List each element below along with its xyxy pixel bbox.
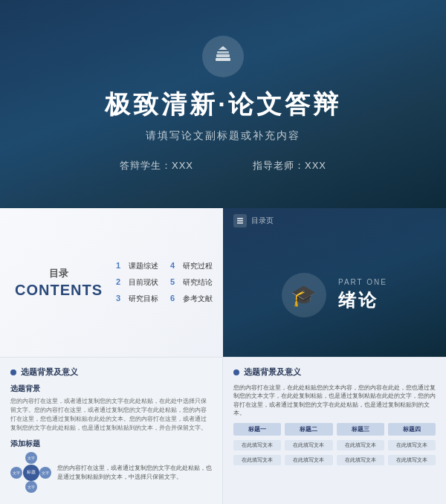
diagram-text: 您的内容打在这里，或者通过复制您的文字在此处粘贴，也是通过复制粘贴到的文本，中选…	[57, 464, 212, 482]
hero-meta: 答辩学生：XXX 指导老师：XXX	[120, 159, 326, 172]
section-title-left: 选题背景及意义	[21, 366, 78, 378]
block1-text: 您的内容打在这里，或者通过复制您的文字在此处粘贴，在此处中选择只保留文字。您的内…	[10, 397, 212, 433]
svg-rect-1	[216, 54, 230, 57]
top-bar-icon	[233, 214, 247, 227]
circle-item-top: 文字	[25, 452, 37, 464]
contents-col-1: 1 课题综述 2 目前现状 3 研究目标	[116, 261, 158, 304]
part-one-body: 🎓 PART ONE 绪论	[223, 233, 446, 357]
books-icon	[211, 45, 235, 68]
item-text: 研究目标	[129, 294, 158, 304]
circle-item-right: 文字	[39, 467, 51, 479]
section-dot	[10, 369, 16, 375]
hero-subtitle: 请填写论文副标题或补充内容	[146, 129, 300, 143]
block2-title: 添加标题	[10, 439, 212, 449]
section-header-right: 选题背景及意义	[233, 366, 436, 378]
contents-zh-label: 目录	[15, 267, 103, 280]
tag-item: 在此填写文本	[233, 455, 281, 465]
graduation-cap-icon: 🎓	[282, 273, 326, 317]
list-item: 5 研究结论	[170, 277, 213, 288]
slide-contents: 目录 CONTENTS 1 课题综述 2 目前现状 3 研究目标	[0, 208, 223, 357]
svg-rect-5	[237, 220, 243, 222]
col-header-1: 标题一	[233, 423, 281, 436]
item-num: 3	[116, 294, 125, 303]
item-num: 1	[116, 261, 125, 270]
diagram-area: 标题 文字 文字 文字 文字 您的内容打在这里，或者通过复制您的文字在此处粘贴，…	[10, 452, 212, 493]
tag-item: 在此填写文本	[285, 455, 332, 465]
item-num: 5	[170, 277, 179, 286]
part-one-zh: 绪论	[338, 288, 387, 312]
item-text: 研究结论	[183, 277, 213, 288]
list-item: 4 研究过程	[170, 261, 213, 271]
hero-icon	[202, 36, 244, 77]
hero-meta-advisor: 指导老师：XXX	[253, 159, 326, 172]
svg-rect-6	[237, 222, 243, 224]
bg-right-intro: 您的内容打在这里，在此处粘贴您的文本内容，您的内容在此处，您也通过复制您的文本文…	[233, 384, 436, 417]
list-item: 3 研究目标	[116, 294, 158, 304]
block1-title: 选题背景	[10, 384, 212, 394]
slide-bg-right: 选题背景及意义 您的内容打在这里，在此处粘贴您的文本内容，您的内容在此处，您也通…	[223, 357, 446, 504]
slide-part-one: 目录页 🎓 PART ONE 绪论	[223, 208, 446, 357]
col-header-3: 标题三	[337, 423, 384, 436]
top-bar: 目录页	[223, 208, 446, 233]
tag-item: 在此填写文本	[388, 455, 436, 465]
list-item: 1 课题综述	[116, 261, 158, 271]
item-num: 2	[116, 277, 125, 286]
tags-row-1: 在此填写文本 在此填写文本 在此填写文本 在此填写文本	[233, 440, 436, 450]
item-text: 参考文献	[183, 294, 213, 304]
contents-en-label: CONTENTS	[15, 282, 103, 299]
list-item: 6 参考文献	[170, 294, 213, 304]
circle-center: 标题	[23, 465, 39, 481]
item-text: 目前现状	[129, 277, 158, 288]
tag-item: 在此填写文本	[337, 455, 384, 465]
circle-item-left: 文字	[10, 467, 22, 479]
circle-item-bottom: 文字	[25, 481, 37, 493]
item-text: 课题综述	[129, 261, 158, 271]
col-header-2: 标题二	[285, 423, 332, 436]
hero-title: 极致清新·论文答辩	[105, 88, 340, 122]
contents-col-2: 4 研究过程 5 研究结论 6 参考文献	[170, 261, 213, 304]
hero-meta-student: 答辩学生：XXX	[120, 159, 193, 172]
item-num: 6	[170, 294, 179, 303]
svg-rect-2	[217, 51, 229, 54]
section-title-right: 选题背景及意义	[244, 366, 301, 378]
item-text: 研究过程	[183, 261, 213, 271]
list-item: 2 目前现状	[116, 277, 158, 288]
slide-row-2: 目录 CONTENTS 1 课题综述 2 目前现状 3 研究目标	[0, 208, 446, 357]
section-header-left: 选题背景及意义	[10, 366, 212, 378]
slide-hero: 极致清新·论文答辩 请填写论文副标题或补充内容 答辩学生：XXX 指导老师：XX…	[0, 0, 446, 208]
tag-item: 在此填写文本	[285, 440, 332, 450]
slide-row-3: 选题背景及意义 选题背景 您的内容打在这里，或者通过复制您的文字在此处粘贴，在此…	[0, 357, 446, 504]
tags-row-2: 在此填写文本 在此填写文本 在此填写文本 在此填写文本	[233, 455, 436, 465]
part-one-en: PART ONE	[338, 278, 387, 286]
contents-list: 1 课题综述 2 目前现状 3 研究目标 4 研究过程 5	[116, 261, 213, 304]
section-dot-right	[233, 369, 239, 375]
tags-grid: 标题一 标题二 标题三 标题四	[233, 423, 436, 436]
tag-item: 在此填写文本	[337, 440, 384, 450]
contents-label: 目录 CONTENTS	[15, 267, 103, 299]
svg-rect-0	[216, 58, 230, 61]
svg-rect-4	[237, 218, 243, 219]
svg-marker-3	[219, 46, 227, 50]
item-num: 4	[170, 261, 179, 270]
col-header-4: 标题四	[388, 423, 436, 436]
tag-item: 在此填写文本	[388, 440, 436, 450]
slide-bg-left: 选题背景及意义 选题背景 您的内容打在这里，或者通过复制您的文字在此处粘贴，在此…	[0, 357, 223, 504]
part-one-text: PART ONE 绪论	[338, 278, 387, 312]
tag-item: 在此填写文本	[233, 440, 281, 450]
circle-diagram: 标题 文字 文字 文字 文字	[10, 452, 51, 493]
top-bar-label: 目录页	[251, 216, 274, 226]
